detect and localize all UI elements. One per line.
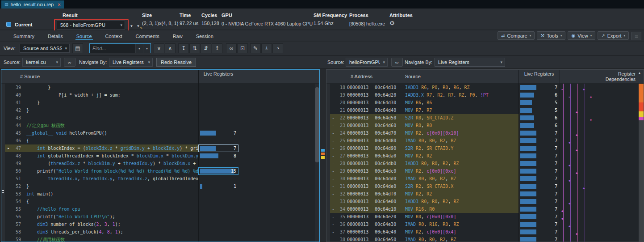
find-input[interactable] — [90, 44, 135, 53]
toggle-correlation-button[interactable]: ∞ — [226, 43, 237, 53]
right-source-selector[interactable]: helloFromGPU ▾ — [346, 58, 388, 67]
sass-line-26[interactable]: -260000001300c64d90S2R R2, SR_CTAID.Y7◆ — [330, 144, 639, 152]
goto-previous-hotspot-button[interactable]: ↥ — [212, 43, 222, 53]
expand-metrics-button[interactable]: ± — [261, 43, 272, 53]
sass-line-33[interactable]: -330000001300c64e00IADD3 R0, R0, R2, RZ7… — [330, 198, 639, 205]
source-line-45[interactable]: 45__global__ void helloFromGPU()7 — [5, 129, 315, 137]
result-selector[interactable]: 568 - helloFromGPU ▾ — [57, 21, 125, 30]
source-line-54[interactable]: 54{ — [5, 198, 315, 205]
register-dependencies-column-header[interactable]: Register Dependencies — [595, 71, 636, 82]
sass-line-35[interactable]: -350000001300c64e20MOV R0, c[0x0][0x0]7◆ — [330, 213, 639, 221]
sass-line-19[interactable]: 190000001300c64d20IADD3.X R7, R2, R7, RZ… — [330, 91, 639, 99]
document-tab-title: hello_result.ncu-rep — [11, 2, 54, 7]
compare-button[interactable]: ⇄Compare▾ — [498, 31, 535, 40]
next-match-button[interactable]: ∨ — [154, 43, 164, 53]
close-tab-icon[interactable]: × — [58, 2, 60, 7]
source-line-39[interactable]: 39 } — [5, 84, 315, 91]
tab-comments[interactable]: Comments — [134, 31, 160, 40]
left-scrollbar[interactable] — [315, 84, 319, 242]
sass-line-34[interactable]: -340000001300c64e10MOV R16, R07◆ — [330, 205, 639, 213]
source-line-52[interactable]: 52}1 — [5, 183, 315, 190]
sass-line-25[interactable]: -250000001300c64d80IMAD R0, R0, R2, RZ7◆ — [330, 137, 639, 144]
sass-line-31[interactable]: -310000001300c64de0S2R R2, SR_CTAID.X7◆ — [330, 183, 639, 190]
sass-line-21[interactable]: 210000001300c64d40MOV R7, R75◆ — [330, 106, 639, 114]
sass-line-38[interactable]: -380000001300c64e50IMAD R0, R0, R2, RZ7 — [330, 236, 639, 242]
left-link-button[interactable]: ∞ — [64, 58, 75, 67]
source-line-51[interactable]: 51 threadIdx.x, threadIdx.y, threadIdx.z… — [5, 175, 315, 183]
correlate-backward-button[interactable]: ⇵ — [201, 43, 211, 53]
sass-line-24[interactable]: -240000001300c64d70MOV R2, c[0x0][0x10]7… — [330, 129, 639, 137]
live-registers-column-header[interactable]: Live Registers — [519, 71, 559, 76]
source-line-43[interactable]: 43 — [5, 114, 315, 122]
source-column-header[interactable]: # Source — [20, 74, 40, 79]
scrollbar-thumb[interactable] — [315, 87, 319, 162]
goto-next-hotspot-button[interactable]: ↧ — [178, 43, 189, 53]
right-navigate-value: Live Registers — [438, 59, 498, 65]
source-line-42[interactable]: 42} — [5, 106, 315, 114]
sass-line-28[interactable]: -280000001300c64db0IADD3 R0, R0, R2, RZ7… — [330, 160, 639, 167]
sass-line-29[interactable]: -290000001300c64dc0MOV R2, c[0x0][0xc]7◆ — [330, 167, 639, 175]
source-line-50[interactable]: 50 printf("Hello World from block(%d %d … — [5, 167, 315, 175]
source-line-59[interactable]: 59 //调用核函数 — [5, 236, 315, 242]
document-tab[interactable]: ▤ hello_result.ncu-rep × — [1, 0, 64, 8]
find-history-button[interactable]: ▾ — [135, 44, 143, 53]
filter-icon[interactable]: ▼ — [129, 23, 134, 29]
sass-line-20[interactable]: 200000001300c64d30MOV R6, R65 — [330, 99, 639, 106]
page-tabbar: SummaryDetailsSourceContextCommentsRawSe… — [0, 30, 644, 41]
current-checkbox[interactable] — [6, 22, 11, 27]
source-line-47[interactable]: ▸47 int blockIndex = (blockIdx.z * gridD… — [5, 144, 315, 152]
tab-context[interactable]: Context — [105, 31, 123, 40]
source-line-58[interactable]: 58 dim3 threads_per_block(4, 8, 1); — [5, 228, 315, 236]
open-source-file-button[interactable]: ▤ — [72, 43, 83, 53]
tools-button[interactable]: ⚒Tools▾ — [537, 31, 565, 40]
left-source-selector[interactable]: kernel.cu ▾ — [22, 58, 61, 67]
find-options-button[interactable]: ▾ — [143, 44, 151, 53]
sass-line-18[interactable]: 180000001300c64d10IADD3 R6, P0, R0, R6, … — [330, 84, 639, 91]
right-link-button[interactable]: ∞ — [391, 58, 403, 67]
resolve-button[interactable]: ✎ — [250, 43, 261, 53]
source-line-46[interactable]: 46{ — [5, 137, 315, 144]
source-line-53[interactable]: 53int main() — [5, 190, 315, 198]
sass-line-36[interactable]: -360000001300c64e30IMAD R0, R16, R0, RZ7… — [330, 221, 639, 228]
sass-line-32[interactable]: -320000001300c64df0MOV R2, R27 — [330, 190, 639, 198]
sass-line-37[interactable]: -370000001300c64e40MOV R2, c[0x0][0x4]7◆ — [330, 228, 639, 236]
collapse-columns-button[interactable]: ⊡ — [237, 43, 248, 53]
live-registers-column-header[interactable]: Live Registers — [199, 71, 238, 76]
minimap[interactable] — [639, 84, 644, 242]
source-line-57[interactable]: 57 dim3 number_of_blocks(2, 3, 1); — [5, 221, 315, 228]
sass-line-22[interactable]: -220000001300c64d50S2R R0, SR_CTAID.Z6◆ — [330, 114, 639, 122]
address-column-header[interactable]: # Address — [351, 74, 372, 79]
tab-raw[interactable]: Raw — [172, 31, 184, 40]
correlate-forward-button[interactable]: ⇅ — [189, 43, 200, 53]
menu-button[interactable]: ≡ — [631, 32, 641, 40]
export-button[interactable]: ↗Export▾ — [598, 31, 629, 40]
source-line-56[interactable]: 56 printf("Hello World CPU!\n"); — [5, 213, 315, 221]
source-line-49[interactable]: 49 (threadIdx.z * blockDim.y + threadIdx… — [5, 160, 315, 167]
source-line-48[interactable]: 48 int globalThreadIndex = blockIndex * … — [5, 152, 315, 160]
source-column-header[interactable]: Source — [405, 74, 421, 79]
redo-resolve-button[interactable]: Redo Resolve — [156, 58, 196, 67]
view-mode-selector[interactable]: Source and SASS ▾ — [20, 44, 70, 53]
sort-ascending-icon[interactable]: ▲ — [638, 71, 641, 75]
address: 00c64de0 — [375, 183, 402, 190]
tab-summary[interactable]: Summary — [13, 31, 35, 40]
gear-icon[interactable]: ⚙ — [389, 20, 413, 26]
tab-source[interactable]: Source — [75, 31, 93, 40]
process-field: Process [30508] hello.exe — [349, 13, 385, 26]
sass-line-30[interactable]: -300000001300c64dd0IMAD R0, R0, R2, RZ7◆ — [330, 175, 639, 183]
sass-line-27[interactable]: -270000001300c64da0MOV R2, R27 — [330, 152, 639, 160]
occupancy-chart-button[interactable]: ◔ — [272, 43, 283, 53]
source-line-41[interactable]: 41 } — [5, 99, 315, 106]
tab-session[interactable]: Session — [195, 31, 214, 40]
sass-line-23[interactable]: -230000001300c64d60MOV R0, R06 — [330, 122, 639, 129]
right-navigate-selector[interactable]: Live Registers ▾ — [435, 58, 505, 67]
tab-details[interactable]: Details — [47, 31, 64, 40]
previous-match-button[interactable]: ∧ — [165, 43, 176, 53]
source-line-40[interactable]: 40 P[i * width + j] = sum; — [5, 91, 315, 99]
view-button[interactable]: ◉View▾ — [568, 31, 595, 40]
source-line-44[interactable]: 44//定义gpu 核函数 — [5, 122, 315, 129]
left-navigate-selector[interactable]: Live Registers ▾ — [109, 58, 153, 67]
source-line-55[interactable]: 55 //hello from cpu — [5, 205, 315, 213]
filter-edit-icon[interactable]: ▼✎ — [135, 23, 141, 29]
pane-splitter[interactable] — [320, 69, 326, 242]
